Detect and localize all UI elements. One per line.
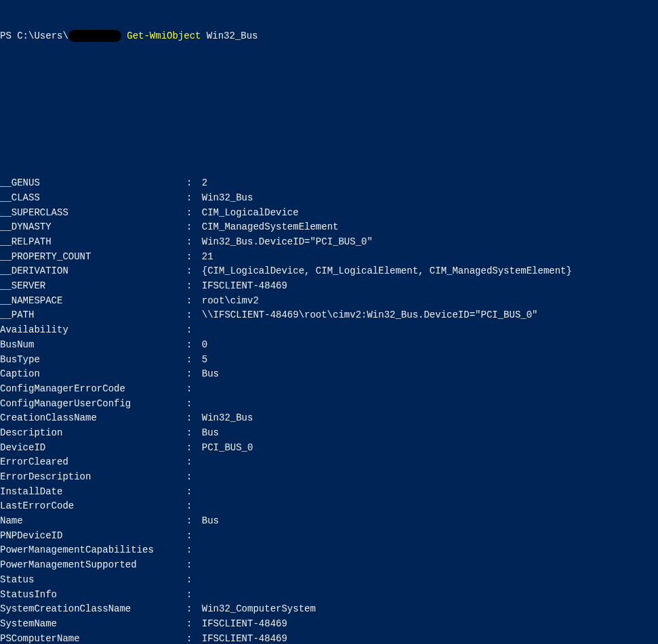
property-name: SystemName: [0, 617, 186, 632]
property-value: [202, 573, 658, 588]
property-value: [202, 382, 658, 397]
prompt-ps: PS: [0, 29, 17, 44]
property-value: IFSCLIENT-48469: [202, 279, 658, 294]
property-separator: :: [186, 176, 202, 191]
property-name: BusNum: [0, 338, 186, 353]
output-row: BusNum: 0: [0, 338, 658, 353]
property-value: Win32_ComputerSystem: [202, 602, 658, 617]
property-value: Bus: [202, 426, 658, 441]
property-separator: :: [186, 279, 202, 294]
property-separator: :: [186, 558, 202, 573]
property-value: Win32_Bus: [202, 411, 658, 426]
property-name: __SUPERCLASS: [0, 206, 186, 221]
property-name: CreationClassName: [0, 411, 186, 426]
property-name: Name: [0, 514, 186, 529]
output-row: Name: Bus: [0, 514, 658, 529]
output-row: PSComputerName: IFSCLIENT-48469: [0, 632, 658, 644]
prompt-path-suffix: [121, 29, 127, 44]
output-row: __DYNASTY: CIM_ManagedSystemElement: [0, 220, 658, 235]
output-row: LastErrorCode:: [0, 499, 658, 514]
output-row: __GENUS: 2: [0, 176, 658, 191]
property-separator: :: [186, 485, 202, 500]
property-value: \\IFSCLIENT-48469\root\cimv2:Win32_Bus.D…: [202, 308, 658, 323]
property-value: [202, 558, 658, 573]
blank-line: [0, 118, 658, 133]
output-row: ConfigManagerErrorCode:: [0, 382, 658, 397]
property-value: [202, 588, 658, 603]
prompt-line: PS C:\Users\ Get-WmiObject Win32_Bus: [0, 29, 658, 44]
property-name: SystemCreationClassName: [0, 602, 186, 617]
output-row: Caption: Bus: [0, 367, 658, 382]
output-row: __RELPATH: Win32_Bus.DeviceID="PCI_BUS_0…: [0, 235, 658, 250]
output-row: PNPDeviceID:: [0, 529, 658, 544]
property-value: 0: [202, 338, 658, 353]
property-separator: :: [186, 602, 202, 617]
property-separator: :: [186, 588, 202, 603]
property-name: Description: [0, 426, 186, 441]
output-row: PowerManagementCapabilities:: [0, 543, 658, 558]
property-name: StatusInfo: [0, 588, 186, 603]
property-separator: :: [186, 441, 202, 456]
property-name: PSComputerName: [0, 632, 186, 644]
property-separator: :: [186, 264, 202, 279]
output-row: __PATH: \\IFSCLIENT-48469\root\cimv2:Win…: [0, 308, 658, 323]
property-value: [202, 543, 658, 558]
property-value: root\cimv2: [202, 294, 658, 309]
property-separator: :: [186, 250, 202, 265]
output-row: __SERVER: IFSCLIENT-48469: [0, 279, 658, 294]
property-name: __DYNASTY: [0, 220, 186, 235]
output-row: PowerManagementSupported:: [0, 558, 658, 573]
property-separator: :: [186, 426, 202, 441]
cmdlet-name: Get-WmiObject: [127, 29, 201, 44]
property-separator: :: [186, 353, 202, 368]
property-separator: :: [186, 323, 202, 338]
property-separator: :: [186, 470, 202, 485]
output-row: ErrorCleared:: [0, 455, 658, 470]
property-name: ConfigManagerUserConfig: [0, 397, 186, 412]
output-row: Description: Bus: [0, 426, 658, 441]
property-value: [202, 397, 658, 412]
prompt-path-prefix: C:\Users\: [17, 29, 68, 44]
property-name: __SERVER: [0, 279, 186, 294]
output-row: SystemName: IFSCLIENT-48469: [0, 617, 658, 632]
property-name: __RELPATH: [0, 235, 186, 250]
property-name: __CLASS: [0, 191, 186, 206]
property-name: PowerManagementSupported: [0, 558, 186, 573]
property-value: [202, 470, 658, 485]
output-row: __NAMESPACE: root\cimv2: [0, 294, 658, 309]
property-separator: :: [186, 367, 202, 382]
redacted-username: [68, 30, 121, 42]
property-value: {CIM_LogicalDevice, CIM_LogicalElement, …: [202, 264, 658, 279]
property-value: CIM_LogicalDevice: [202, 206, 658, 221]
property-value: 5: [202, 353, 658, 368]
property-name: __DERIVATION: [0, 264, 186, 279]
property-value: 2: [202, 176, 658, 191]
property-value: PCI_BUS_0: [202, 441, 658, 456]
property-name: Status: [0, 573, 186, 588]
property-separator: :: [186, 632, 202, 644]
property-value: [202, 485, 658, 500]
property-value: IFSCLIENT-48469: [202, 632, 658, 644]
property-separator: :: [186, 529, 202, 544]
property-value: 21: [202, 250, 658, 265]
property-name: __PROPERTY_COUNT: [0, 250, 186, 265]
cmdlet-arg: Win32_Bus: [201, 29, 258, 44]
property-name: ErrorCleared: [0, 455, 186, 470]
property-name: BusType: [0, 353, 186, 368]
property-name: InstallDate: [0, 485, 186, 500]
property-name: __NAMESPACE: [0, 294, 186, 309]
property-separator: :: [186, 543, 202, 558]
property-value: [202, 529, 658, 544]
property-name: Caption: [0, 367, 186, 382]
terminal-output[interactable]: PS C:\Users\ Get-WmiObject Win32_Bus __G…: [0, 0, 658, 644]
output-row: DeviceID: PCI_BUS_0: [0, 441, 658, 456]
property-separator: :: [186, 191, 202, 206]
output-row: Status:: [0, 573, 658, 588]
property-name: ConfigManagerErrorCode: [0, 382, 186, 397]
property-value: Bus: [202, 514, 658, 529]
property-separator: :: [186, 294, 202, 309]
property-value: Win32_Bus.DeviceID="PCI_BUS_0": [202, 235, 658, 250]
property-name: LastErrorCode: [0, 499, 186, 514]
property-separator: :: [186, 206, 202, 221]
property-separator: :: [186, 499, 202, 514]
